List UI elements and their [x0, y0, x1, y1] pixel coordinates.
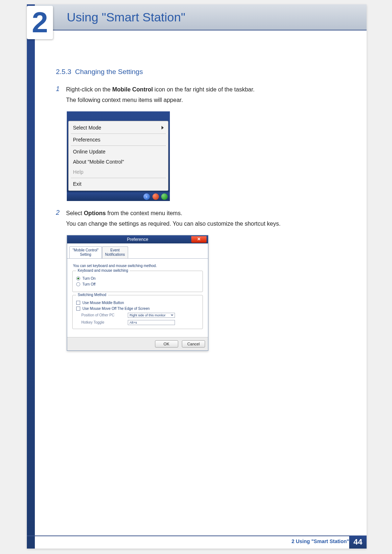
position-label: Position of Other PC — [81, 313, 125, 317]
hotkey-value: Alt+s — [130, 321, 137, 324]
tab-event-l1: Event — [110, 248, 120, 252]
step-1-text-pre: Right-click on the — [66, 86, 112, 93]
step-2-line2: You can change the settings as required.… — [66, 221, 281, 227]
radio-turn-off[interactable] — [76, 282, 80, 286]
ctx-select-mode-label: Select Mode — [73, 125, 101, 131]
step-2-body: Select Options from the context menu ite… — [66, 208, 281, 229]
content-area: 2.5.3 Changing the Settings 1 Right-clic… — [56, 68, 346, 358]
ctx-about[interactable]: About "Mobile Control" — [69, 157, 168, 167]
section-number: 2.5.3 — [56, 68, 71, 75]
ctx-sep-1 — [71, 134, 166, 134]
cancel-button[interactable]: Cancel — [182, 340, 205, 348]
ctx-help[interactable]: Help — [69, 167, 168, 177]
step-2-text-post: from the context menu items. — [106, 210, 182, 216]
submenu-arrow-icon — [162, 126, 164, 130]
ctx-preferences[interactable]: Preferences — [69, 135, 168, 145]
check-moveoff[interactable] — [76, 307, 80, 311]
group-keyboard-mouse-legend: Keyboard and mouse switching — [76, 268, 130, 272]
section-heading: 2.5.3 Changing the Settings — [56, 68, 346, 76]
tab-setting-l1: "Mobile Control" — [73, 248, 99, 252]
tray-sync-icon[interactable] — [161, 193, 168, 200]
ctx-about-label: About "Mobile Control" — [73, 159, 124, 165]
step-2-text-pre: Select — [66, 210, 84, 216]
preference-body: You can set keyboard and mouse switching… — [67, 258, 208, 337]
hotkey-row: Hotkey Toggle Alt+s — [81, 320, 199, 325]
radio-turn-on-row[interactable]: Turn On — [76, 276, 199, 280]
position-row: Position of Other PC Right side of this … — [81, 313, 199, 318]
step-1-text-post: icon on the far right side of the taskba… — [153, 86, 254, 93]
ctx-online-update[interactable]: Online Update — [69, 147, 168, 157]
ctx-exit-label: Exit — [73, 181, 81, 187]
close-button[interactable]: ✕ — [191, 236, 207, 243]
footer-label: 2 Using "Smart Station" — [291, 538, 349, 544]
step-1-body: Right-click on the Mobile Control icon o… — [66, 85, 254, 106]
step-2-bold: Options — [84, 210, 106, 216]
ctx-online-update-label: Online Update — [73, 149, 106, 155]
tab-setting-l2: Setting — [80, 253, 91, 257]
ctx-exit[interactable]: Exit — [69, 179, 168, 189]
step-1-bold: Mobile Control — [112, 86, 153, 93]
group-switching-method-legend: Switching Method — [76, 293, 108, 297]
hotkey-field[interactable]: Alt+s — [128, 320, 175, 325]
preference-dialog: Preference ✕ "Mobile Control" Setting Ev… — [67, 235, 208, 351]
close-icon: ✕ — [197, 237, 201, 242]
group-switching-method: Switching Method Use Mouse Middle Button… — [72, 295, 203, 329]
tab-setting[interactable]: "Mobile Control" Setting — [69, 246, 102, 258]
tray-mobile-control-icon[interactable] — [152, 193, 159, 200]
step-1-number: 1 — [56, 85, 61, 106]
radio-turn-on[interactable] — [76, 276, 80, 280]
context-menu-screenshot: Select Mode Preferences Online Update Ab… — [67, 111, 170, 201]
context-menu: Select Mode Preferences Online Update Ab… — [68, 121, 168, 191]
page-footer: 2 Using "Smart Station" 44 — [27, 535, 367, 549]
ok-button[interactable]: OK — [155, 340, 178, 348]
check-moveoff-label: Use Mouse Move Off The Edge of Screen — [82, 307, 150, 311]
hotkey-label: Hotkey Toggle — [81, 320, 125, 324]
position-value: Right side of this monitor — [130, 313, 166, 317]
chapter-number: 2 — [32, 8, 48, 37]
chapter-tab: 2 — [27, 6, 53, 39]
tab-event-l2: Notifications — [105, 253, 125, 257]
check-middle-row[interactable]: Use Mouse Middle Button — [76, 301, 199, 305]
preference-footer: OK Cancel — [67, 337, 208, 350]
ctx-preferences-label: Preferences — [73, 137, 100, 143]
taskbar-tray: ‹ — [67, 192, 170, 201]
preference-title-text: Preference — [127, 237, 148, 242]
step-1: 1 Right-click on the Mobile Control icon… — [56, 85, 346, 106]
radio-turn-on-label: Turn On — [82, 276, 95, 280]
check-middle-label: Use Mouse Middle Button — [82, 301, 124, 305]
tab-event[interactable]: Event Notifications — [102, 246, 128, 258]
position-dropdown[interactable]: Right side of this monitor — [128, 313, 175, 318]
document-page: 2 Using "Smart Station" 2.5.3 Changing t… — [27, 4, 367, 549]
ctx-select-mode[interactable]: Select Mode — [69, 123, 168, 133]
preference-intro: You can set keyboard and mouse switching… — [73, 264, 204, 268]
header-line — [27, 30, 367, 30]
step-1-line2: The following context menu items will ap… — [66, 97, 183, 103]
tray-arrow-icon[interactable]: ‹ — [143, 193, 150, 200]
step-2-number: 2 — [56, 208, 61, 229]
ctx-sep-3 — [71, 178, 166, 178]
footer-line — [27, 535, 367, 536]
radio-turn-off-row[interactable]: Turn Off — [76, 282, 199, 286]
page-number: 44 — [349, 535, 367, 549]
section-title: Changing the Settings — [75, 68, 143, 75]
check-moveoff-row[interactable]: Use Mouse Move Off The Edge of Screen — [76, 307, 199, 311]
ctx-sep-2 — [71, 145, 166, 146]
step-2: 2 Select Options from the context menu i… — [56, 208, 346, 229]
check-middle[interactable] — [76, 301, 80, 305]
group-keyboard-mouse: Keyboard and mouse switching Turn On Tur… — [72, 271, 203, 292]
ctx-help-label: Help — [73, 169, 83, 175]
preference-tabs: "Mobile Control" Setting Event Notificat… — [67, 243, 208, 258]
chapter-title: Using "Smart Station" — [67, 10, 185, 24]
radio-turn-off-label: Turn Off — [82, 282, 95, 286]
left-stripe — [27, 4, 35, 549]
preference-titlebar: Preference ✕ — [67, 235, 208, 243]
